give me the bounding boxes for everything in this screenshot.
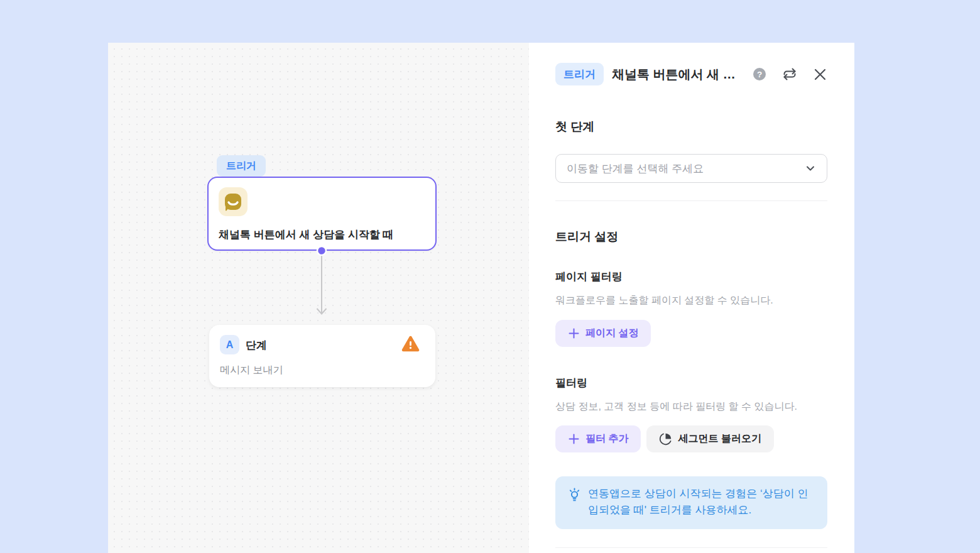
plus-icon — [568, 327, 580, 339]
section-divider — [555, 200, 827, 201]
first-step-select-placeholder: 이동할 단계를 선택해 주세요 — [567, 162, 805, 176]
connector-handle-dot[interactable] — [317, 247, 326, 255]
step-node-title: 단계 — [246, 338, 267, 353]
close-icon[interactable] — [813, 67, 827, 82]
loop-icon[interactable] — [781, 67, 798, 82]
page-filtering-description: 워크플로우를 노출할 페이지 설정할 수 있습니다. — [555, 294, 827, 307]
trigger-settings-panel: 트리거 채널톡 버튼에서 새 상담... ? — [529, 43, 854, 553]
first-step-select[interactable]: 이동할 단계를 선택해 주세요 — [555, 154, 827, 183]
trigger-node-badge: 트리거 — [217, 155, 266, 177]
load-segment-button-label: 세그먼트 불러오기 — [678, 432, 761, 446]
page-setting-button[interactable]: 페이지 설정 — [555, 320, 651, 347]
panel-trigger-badge: 트리거 — [555, 63, 604, 85]
trigger-settings-heading: 트리거 설정 — [555, 229, 827, 245]
page-setting-button-label: 페이지 설정 — [585, 327, 638, 340]
load-segment-button[interactable]: 세그먼트 불러오기 — [646, 425, 773, 452]
tip-text: 연동앱으로 상담이 시작되는 경험은 ‘상담이 인입되었을 때' 트리거를 사용… — [588, 486, 816, 518]
add-filter-button-label: 필터 추가 — [585, 432, 628, 446]
filtering-heading: 필터링 — [555, 376, 827, 390]
tip-box: 연동앱으로 상담이 시작되는 경험은 ‘상담이 인입되었을 때' 트리거를 사용… — [555, 476, 827, 529]
step-node[interactable]: A 단계 메시지 보내기 — [209, 325, 435, 387]
add-filter-button[interactable]: 필터 추가 — [555, 425, 641, 452]
help-icon[interactable]: ? — [753, 67, 766, 81]
panel-header: 트리거 채널톡 버튼에서 새 상담... ? — [555, 63, 827, 85]
filtering-description: 상담 정보, 고객 정보 등에 따라 필터링 할 수 있습니다. — [555, 400, 827, 413]
bottom-divider — [555, 547, 827, 548]
panel-title: 채널톡 버튼에서 새 상담... — [612, 66, 744, 83]
lightbulb-icon — [568, 488, 581, 518]
node-connector — [309, 247, 334, 322]
step-node-letter-badge: A — [220, 335, 239, 354]
pie-chart-icon — [659, 432, 672, 446]
plus-icon — [568, 433, 580, 445]
trigger-node[interactable]: 채널톡 버튼에서 새 상담을 시작할 때 — [207, 177, 437, 251]
chevron-down-icon — [805, 163, 816, 174]
first-step-heading: 첫 단계 — [555, 119, 827, 135]
page-filtering-heading: 페이지 필터링 — [555, 270, 827, 284]
trigger-node-title: 채널톡 버튼에서 새 상담을 시작할 때 — [219, 227, 394, 242]
warning-triangle-icon — [401, 336, 420, 355]
step-node-subtitle: 메시지 보내기 — [220, 364, 283, 377]
channel-talk-logo-icon — [219, 187, 248, 216]
workflow-canvas[interactable]: 트리거 채널톡 버튼에서 새 상담을 시작할 때 A 단계 — [108, 43, 529, 553]
svg-text:?: ? — [757, 70, 762, 79]
workflow-editor-window: 트리거 채널톡 버튼에서 새 상담을 시작할 때 A 단계 — [108, 43, 854, 553]
